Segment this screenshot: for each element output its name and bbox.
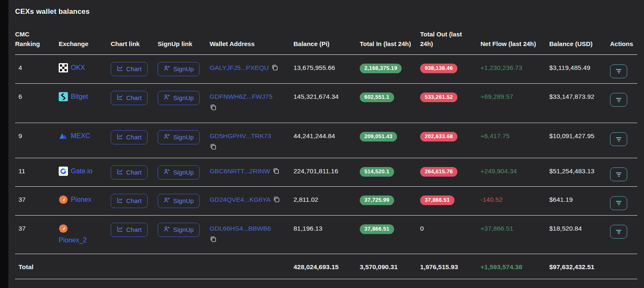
copy-icon[interactable] (210, 236, 217, 243)
exchange-link-okx[interactable]: OKX (59, 63, 85, 72)
total-out-badge: 264,615.76 (420, 167, 457, 177)
wallet-address-link[interactable]: GALYJFJ5...PXEQU (210, 64, 269, 71)
chart-link-button[interactable]: Chart (111, 194, 148, 208)
wallet-address-link[interactable]: GBC6NRTT...2RINW (210, 167, 270, 175)
total-in-badge: 209,051.43 (360, 132, 397, 141)
copy-icon[interactable] (210, 104, 217, 111)
user-plus-icon (164, 94, 170, 102)
cex-balances-panel: CEXs wallet balances CMC Ranking Exchang… (8, 0, 644, 288)
net-flow-value: +37,866.51 (480, 225, 513, 232)
actions-button[interactable] (610, 225, 627, 239)
balance-usd-value: $51,254,483.13 (549, 167, 595, 175)
exchange-name: Pionex (71, 195, 91, 204)
net-flow-value: +1,230,236.73 (480, 64, 522, 71)
actions-button[interactable] (610, 132, 627, 146)
exchange-link-gateio[interactable]: Gate.io (59, 167, 93, 176)
copy-icon[interactable] (273, 167, 280, 175)
header-balance-usd: Balance (USD) (549, 18, 610, 55)
total-row: Total 428,024,693.15 3,570,090.31 1,976,… (15, 254, 637, 279)
chart-link-button[interactable]: Chart (111, 223, 148, 237)
balance-pi-value: 44,241,244.84 (293, 132, 335, 139)
signup-link-button[interactable]: SignUp (158, 62, 200, 76)
signup-link-button[interactable]: SignUp (158, 223, 200, 237)
exchange-link-mexc[interactable]: MEXC (59, 131, 90, 141)
table-row: 37 Pionex_2 Chart (15, 215, 637, 254)
line-chart-icon (117, 168, 123, 177)
balance-pi-value: 13,675,955.66 (293, 64, 335, 71)
cmc-ranking-value: 9 (15, 131, 22, 141)
exchange-link-bitget[interactable]: Bitget (59, 92, 88, 101)
copy-icon[interactable] (210, 143, 217, 150)
user-plus-icon (164, 197, 170, 205)
header-net-flow: Net Flow (last 24h) (480, 18, 549, 55)
signup-button-label: SignUp (173, 226, 194, 234)
signup-link-button[interactable]: SignUp (158, 165, 200, 180)
exchange-name: OKX (71, 63, 85, 72)
chart-link-button[interactable]: Chart (111, 165, 148, 180)
exchange-link-pionex[interactable]: Pionex (59, 195, 91, 204)
total-net-flow: +1,593,574.38 (480, 263, 522, 270)
wallet-address-link[interactable]: GD24QVE4...KG6YA (210, 196, 270, 203)
okx-logo-icon (59, 63, 68, 72)
line-chart-icon (117, 226, 123, 234)
exchange-name: MEXC (71, 131, 90, 141)
signup-button-label: SignUp (173, 169, 194, 176)
copy-icon[interactable] (273, 196, 280, 203)
total-in-badge: 37,866.51 (360, 224, 394, 234)
wallet-address-link[interactable]: GDFNWH6Z...FWJ75 (210, 93, 273, 100)
chart-button-label: Chart (126, 197, 142, 205)
total-out-sum: 1,976,515.93 (420, 263, 458, 270)
header-chart-link: Chart link (111, 18, 158, 55)
total-in-badge: 37,725.99 (360, 195, 394, 205)
chart-link-button[interactable]: Chart (111, 62, 148, 76)
user-plus-icon (164, 168, 170, 177)
total-in-sum: 3,570,090.31 (360, 263, 398, 270)
header-signup-link: SignUp link (158, 18, 210, 55)
page-title: CEXs wallet balances (15, 0, 637, 16)
signup-link-button[interactable]: SignUp (158, 194, 200, 208)
actions-button[interactable] (610, 167, 627, 181)
chart-button-label: Chart (126, 65, 142, 73)
cmc-ranking-value: 37 (15, 224, 26, 233)
signup-link-button[interactable]: SignUp (158, 91, 200, 105)
header-total-in: Total In (last 24h) (360, 18, 420, 55)
balance-pi-value: 145,321,674.34 (293, 93, 339, 100)
chart-link-button[interactable]: Chart (111, 91, 148, 105)
signup-button-label: SignUp (173, 65, 194, 73)
header-balance-pi: Balance (Pi) (293, 18, 360, 55)
chart-button-label: Chart (126, 226, 142, 234)
net-flow-value: +6,417.75 (480, 132, 509, 139)
bitget-logo-icon (59, 92, 68, 101)
total-in-badge: 602,551.1 (360, 93, 394, 102)
wallet-address-link[interactable]: GDL66HS4...BBWB6 (210, 225, 271, 232)
cmc-ranking-value: 11 (15, 167, 25, 176)
net-flow-value: +249,904.34 (480, 167, 517, 175)
total-in-badge: 514,520.1 (360, 167, 394, 177)
balance-usd-value: $10,091,427.95 (549, 132, 595, 139)
line-chart-icon (117, 94, 123, 102)
line-chart-icon (117, 65, 123, 73)
wallet-address-link[interactable]: GD5HGPHV...TRK73 (210, 132, 271, 139)
chart-link-button[interactable]: Chart (111, 130, 148, 144)
header-total-out: Total Out (last 24h) (420, 18, 480, 55)
gateio-logo-icon (59, 167, 68, 176)
header-exchange: Exchange (59, 18, 111, 55)
line-chart-icon (117, 133, 123, 141)
exchange-name: Pionex_2 (59, 237, 87, 244)
signup-link-button[interactable]: SignUp (158, 130, 200, 144)
net-flow-value: +69,289.57 (480, 93, 513, 100)
total-out-value: 0 (420, 225, 424, 232)
exchange-name: Gate.io (71, 167, 93, 176)
balance-usd-value: $641.19 (549, 196, 573, 203)
copy-icon[interactable] (271, 64, 278, 71)
cex-balances-table: CMC Ranking Exchange Chart link SignUp l… (15, 18, 637, 279)
actions-button[interactable] (610, 64, 627, 78)
exchange-name: Bitget (71, 92, 88, 101)
total-out-badge: 202,633.68 (420, 132, 457, 141)
exchange-link-pionex-2[interactable]: Pionex_2 (59, 224, 87, 245)
actions-button[interactable] (610, 93, 627, 107)
table-row: 6 Bitget Chart (15, 83, 637, 123)
actions-button[interactable] (610, 196, 627, 210)
line-chart-icon (117, 197, 123, 205)
balance-pi-value: 81,196.13 (293, 225, 322, 232)
